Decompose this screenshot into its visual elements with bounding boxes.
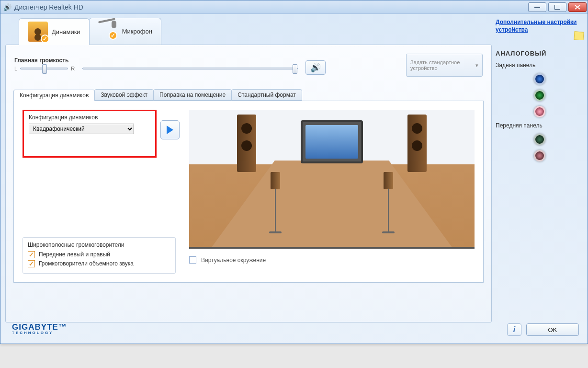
front-panel-label: Передняя панель — [496, 122, 584, 129]
tab-microphone[interactable]: ✓ Микрофон — [89, 18, 161, 45]
checkbox-icon — [189, 256, 196, 264]
balance-slider[interactable] — [20, 68, 68, 69]
subtab-speaker-config[interactable]: Конфигурация динамиков — [13, 90, 95, 101]
speaker-scene: Виртуальное окружение — [189, 110, 475, 274]
speaker-config-label: Конфигурация динамиков — [29, 114, 150, 121]
mute-button[interactable]: 🔊 — [305, 60, 326, 75]
master-volume-label: Главная громкость — [14, 57, 75, 64]
fullrange-title: Широкополосные громкоговорители — [28, 242, 170, 248]
subtab-room-correction[interactable]: Поправка на помещение — [153, 89, 232, 101]
front-left-speaker-icon[interactable] — [237, 115, 256, 172]
sub-tabs: Конфигурация динамиков Звуковой эффект П… — [13, 89, 484, 101]
default-device-label: Задать стандартное устройство — [410, 59, 475, 71]
analog-heading: АНАЛОГОВЫЙ — [496, 50, 584, 57]
tv-icon — [301, 120, 363, 163]
brand-footer: GIGABYTE™ TECHNOLOGY — [12, 323, 67, 335]
volume-slider[interactable] — [82, 68, 298, 69]
surround-label: Громкоговорители объемного звука — [39, 260, 134, 267]
jack-line-in-icon[interactable] — [534, 73, 545, 85]
svg-rect-0 — [534, 7, 540, 8]
minimize-button[interactable] — [528, 2, 546, 12]
rear-right-speaker-icon[interactable] — [384, 172, 393, 189]
device-tabs: ✓ Динамики ✓ Микрофон — [19, 18, 492, 45]
virtual-surround-label: Виртуальное окружение — [201, 257, 266, 264]
sound-icon: 🔊 — [310, 62, 321, 73]
subtab-default-format[interactable]: Стандартный формат — [231, 89, 302, 101]
front-right-speaker-icon[interactable] — [407, 115, 427, 172]
check-badge-icon: ✓ — [109, 31, 117, 40]
svg-rect-1 — [554, 5, 560, 10]
front-lr-label: Передние левый и правый — [39, 251, 110, 258]
front-lr-checkbox[interactable]: Передние левый и правый — [28, 251, 170, 258]
play-icon — [167, 126, 173, 134]
close-button[interactable] — [568, 2, 587, 12]
info-button[interactable]: i — [507, 323, 521, 336]
tab-speakers-label: Динамики — [52, 28, 80, 35]
maximize-button[interactable] — [548, 2, 566, 12]
app-window: 🔊 Диспетчер Realtek HD ✓ Динамики — [0, 0, 588, 344]
tab-microphone-label: Микрофон — [122, 28, 152, 35]
checkbox-icon — [28, 260, 35, 267]
app-icon: 🔊 — [3, 3, 11, 11]
tab-content: Конфигурация динамиков Квадрафонический … — [13, 101, 484, 283]
test-play-button[interactable] — [160, 120, 180, 139]
jack-mic-icon[interactable] — [534, 106, 545, 117]
rear-left-speaker-icon[interactable] — [271, 172, 280, 189]
default-device-dropdown[interactable]: Задать стандартное устройство ▾ — [406, 54, 483, 77]
sticky-note-icon — [574, 32, 584, 41]
tab-speakers[interactable]: ✓ Динамики — [19, 18, 90, 45]
master-volume-section: Главная громкость L R 🔊 Задать стандартн — [13, 52, 484, 80]
main-panel: Главная громкость L R 🔊 Задать стандартн — [5, 45, 492, 322]
speaker-config-select[interactable]: Квадрафонический — [29, 124, 134, 134]
surround-checkbox[interactable]: Громкоговорители объемного звука — [28, 260, 170, 267]
balance-left-label: L — [14, 66, 17, 71]
window-title: Диспетчер Realtek HD — [14, 3, 83, 11]
brand-sub: TECHNOLOGY — [12, 331, 67, 335]
ok-button[interactable]: OK — [526, 323, 579, 336]
subtab-sound-effect[interactable]: Звуковой эффект — [94, 89, 154, 101]
dropdown-arrow-icon: ▾ — [475, 62, 478, 69]
advanced-settings-link[interactable]: Дополнительные настройки устройства — [496, 19, 584, 34]
window-controls — [528, 2, 587, 12]
virtual-surround-checkbox[interactable]: Виртуальное окружение — [189, 256, 475, 264]
side-panel: Дополнительные настройки устройства АНАЛ… — [492, 14, 588, 344]
rear-panel-label: Задняя панель — [496, 62, 584, 69]
titlebar: 🔊 Диспетчер Realtek HD — [0, 0, 588, 14]
fullrange-speakers-group: Широкополосные громкоговорители Передние… — [23, 237, 176, 274]
balance-right-label: R — [71, 66, 75, 71]
room-illustration — [189, 110, 475, 249]
jack-line-out-icon[interactable] — [534, 90, 545, 101]
speaker-config-highlight: Конфигурация динамиков Квадрафонический — [23, 110, 157, 158]
jack-front-out-icon[interactable] — [534, 134, 545, 145]
jack-front-mic-icon[interactable] — [534, 150, 545, 161]
info-icon: i — [513, 325, 515, 334]
check-badge-icon: ✓ — [41, 34, 49, 43]
checkbox-icon — [28, 251, 35, 258]
